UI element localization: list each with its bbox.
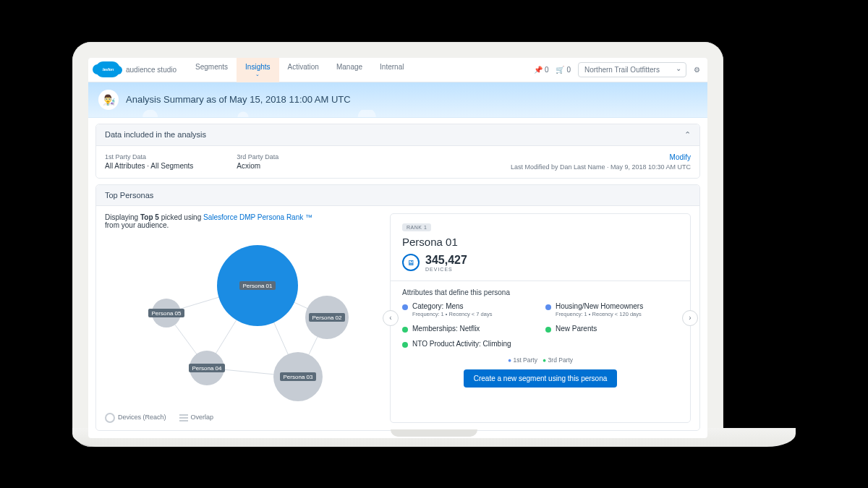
data-included-header[interactable]: Data included in the analysis ⌃ (96, 124, 699, 146)
summary-banner: 👨‍🔬 Analysis Summary as of May 15, 2018 … (88, 82, 707, 118)
attribute-grid: Category: MensFrequency: 1 • Recency < 7… (402, 302, 678, 348)
rank-badge: RANK 1 (402, 223, 431, 231)
persona-bubble-label: Persona 03 (284, 374, 313, 380)
cart-indicator[interactable]: 🛒0 (556, 66, 571, 74)
party-dot-icon (402, 342, 408, 348)
prev-persona-button[interactable]: ‹ (383, 310, 399, 326)
first-party-label: 1st Party Data (105, 153, 193, 160)
bubble-legend: Devices (Reach) Overlap (105, 413, 381, 423)
salesforce-logo-icon: salesforce (95, 61, 120, 77)
tab-activation[interactable]: Activation (279, 58, 328, 84)
tab-segments[interactable]: Segments (187, 58, 237, 84)
attribute-item: NTO Product Activity: Climbing (402, 340, 535, 348)
chevron-up-icon[interactable]: ⌃ (684, 130, 691, 140)
legend-overlap: Overlap (179, 414, 214, 421)
third-party-label: 3rd Party Data (237, 153, 278, 160)
screen-bezel: salesforce audience studio Segments Insi… (72, 42, 723, 447)
product-name: audience studio (126, 66, 176, 74)
divider (391, 281, 690, 281)
topbar-right: 📌0 🛒0 Northern Trail Outfitters ⚙ (534, 62, 700, 77)
pin-icon: 📌 (534, 66, 542, 74)
attribute-name: Housing/New Homeowners (556, 302, 643, 310)
persona-bubble-chart: Persona 01Persona 02Persona 03Persona 04… (105, 234, 381, 407)
data-included-body: 1st Party Data All Attributes · All Segm… (96, 146, 699, 178)
device-icon: 🖥 (402, 254, 420, 271)
first-party-block: 1st Party Data All Attributes · All Segm… (105, 153, 193, 171)
top-personas-panel: Top Personas Displaying Top 5 picked usi… (95, 184, 700, 431)
data-included-title: Data included in the analysis (105, 130, 206, 139)
laptop-notch (391, 429, 477, 437)
attribute-name: Memberships: Netflix (412, 325, 480, 333)
app-viewport: salesforce audience studio Segments Insi… (88, 58, 707, 438)
pin-indicator[interactable]: 📌0 (534, 66, 549, 74)
first-party-value: All Attributes · All Segments (105, 162, 193, 170)
next-persona-button[interactable]: › (682, 310, 698, 326)
attribute-sub: Frequency: 1 • Recency < 7 days (412, 311, 492, 317)
create-segment-button[interactable]: Create a new segment using this persona (464, 369, 618, 388)
device-row: 🖥 345,427 DEVICES (402, 254, 678, 272)
persona-bubble-side: Displaying Top 5 picked using Salesforce… (105, 213, 381, 423)
attribute-item: Memberships: Netflix (402, 325, 535, 333)
panel-meta: Modify Last Modified by Dan Last Name · … (511, 153, 691, 171)
org-selector[interactable]: Northern Trail Outfitters (578, 62, 686, 77)
persona-bubble-label: Persona 05 (152, 310, 182, 317)
last-modified: Last Modified by Dan Last Name · May 9, … (511, 163, 691, 171)
attribute-name: NTO Product Activity: Climbing (412, 340, 511, 348)
persona-rank-link[interactable]: Salesforce DMP Persona Rank ™ (203, 213, 312, 221)
nav-tabs: Segments Insights ⌄ Activation Manage In… (187, 58, 412, 84)
third-party-block: 3rd Party Data Acxiom (237, 153, 278, 171)
party-dot-icon (545, 327, 551, 333)
attribute-name: New Parents (556, 325, 597, 333)
party-dot-icon (402, 304, 408, 310)
cart-icon: 🛒 (556, 66, 564, 74)
attributes-heading: Attributes that define this persona (402, 288, 678, 296)
persona-bubble-label: Persona 04 (192, 365, 222, 372)
party-dot-icon (545, 304, 551, 310)
top-personas-body: Displaying Top 5 picked using Salesforce… (96, 206, 699, 430)
tab-internal[interactable]: Internal (371, 58, 412, 84)
persona-description: Displaying Top 5 picked using Salesforce… (105, 213, 381, 229)
attribute-sub: Frequency: 1 • Recency < 120 days (556, 311, 643, 317)
lines-icon (179, 414, 188, 421)
attribute-item: New Parents (545, 325, 678, 333)
party-dot-icon (402, 327, 408, 333)
persona-name: Persona 01 (402, 236, 678, 248)
third-party-value: Acxiom (237, 162, 278, 170)
attribute-item: Housing/New HomeownersFrequency: 1 • Rec… (545, 302, 678, 317)
laptop-frame: salesforce audience studio Segments Insi… (72, 42, 796, 447)
top-personas-title: Top Personas (105, 191, 153, 200)
gear-icon[interactable]: ⚙ (694, 66, 700, 74)
circle-icon (105, 413, 115, 423)
device-count: 345,427 (425, 254, 467, 267)
attribute-item: Category: MensFrequency: 1 • Recency < 7… (402, 302, 535, 317)
top-bar: salesforce audience studio Segments Insi… (88, 58, 707, 82)
chevron-down-icon: ⌄ (245, 72, 270, 77)
persona-detail-card: ‹ › RANK 1 Persona 01 🖥 345,427 DEVICES (390, 213, 691, 423)
top-personas-header: Top Personas (96, 185, 699, 206)
legend-devices: Devices (Reach) (105, 413, 166, 423)
data-included-panel: Data included in the analysis ⌃ 1st Part… (95, 124, 700, 179)
persona-bubble-label: Persona 02 (312, 314, 342, 321)
tab-insights-label: Insights (245, 63, 270, 71)
modify-link[interactable]: Modify (511, 153, 691, 161)
device-label: DEVICES (425, 267, 467, 272)
party-legend: ● 1st Party ● 3rd Party (402, 356, 678, 364)
attribute-name: Category: Mens (412, 302, 492, 310)
tab-manage[interactable]: Manage (328, 58, 371, 84)
tab-insights[interactable]: Insights ⌄ (237, 58, 278, 84)
einstein-avatar-icon: 👨‍🔬 (98, 90, 119, 110)
summary-title: Analysis Summary as of May 15, 2018 11:0… (126, 94, 351, 105)
persona-bubble-label: Persona 01 (243, 283, 273, 289)
